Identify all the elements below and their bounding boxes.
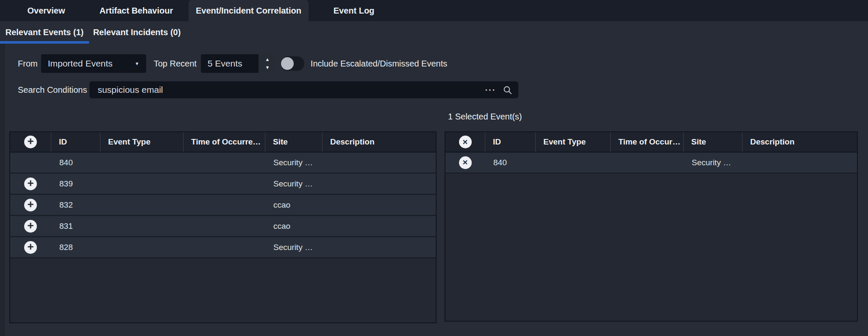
add-event-button[interactable]: +: [24, 241, 37, 254]
add-all-events-button[interactable]: +: [24, 136, 37, 148]
row-action-cell: +: [10, 195, 51, 215]
cell-site: Security …: [265, 237, 322, 257]
cell-site: Security …: [265, 153, 322, 172]
col-site: Site: [265, 132, 322, 152]
row-action-cell: +: [10, 174, 51, 194]
cell-id: 831: [51, 216, 100, 236]
cell-id: 839: [51, 174, 100, 194]
search-icon[interactable]: [503, 85, 512, 95]
cell-time: [183, 174, 265, 194]
cell-event-type: [100, 195, 183, 215]
table-row: + 831 ccao: [10, 216, 436, 237]
col-site: Site: [683, 132, 742, 152]
cell-event-type: [100, 216, 183, 236]
col-event-type: Event Type: [535, 132, 610, 152]
from-select-value: Imported Events: [48, 58, 113, 69]
cell-time: [183, 153, 265, 172]
cell-description: [322, 237, 436, 257]
from-label: From: [18, 59, 38, 69]
table-row: + 828 Security …: [10, 237, 436, 258]
from-select[interactable]: Imported Events ▼: [41, 54, 146, 73]
tab-event-incident-correlation[interactable]: Event/Incident Correlation: [189, 0, 309, 21]
selected-events-summary: 1 Selected Event(s): [448, 112, 522, 122]
col-id: ID: [51, 132, 100, 152]
spinner-down-icon[interactable]: ▼: [265, 65, 270, 70]
row-action-cell: +: [10, 216, 51, 236]
top-tab-bar: Overview Artifact Behaviour Event/Incide…: [0, 0, 868, 21]
subtab-relevant-events-label: Relevant Events (1): [6, 28, 84, 37]
top-recent-spinner: ▲ ▼: [259, 54, 276, 73]
search-conditions-box: ···: [89, 81, 518, 98]
active-subtab-underline: [0, 41, 89, 44]
remove-all-events-button[interactable]: ✕: [459, 136, 472, 148]
cell-description: [322, 174, 436, 194]
search-conditions-label: Search Conditions: [18, 85, 87, 95]
row-action-cell: [10, 153, 51, 172]
subtab-relevant-incidents[interactable]: Relevant Incidents (0): [89, 21, 185, 44]
cell-site: Security …: [683, 153, 742, 172]
search-conditions-input[interactable]: [95, 85, 485, 95]
cell-description: [322, 153, 436, 172]
top-recent-control: 5 Events ▲ ▼: [201, 54, 276, 73]
top-recent-input[interactable]: 5 Events: [201, 54, 259, 73]
subtab-relevant-events[interactable]: Relevant Events (1): [0, 21, 89, 44]
col-event-type: Event Type: [100, 132, 183, 152]
cell-time: [610, 153, 683, 172]
cell-id: 840: [485, 153, 535, 172]
cell-description: [322, 216, 436, 236]
col-description: Description: [322, 132, 436, 152]
include-escalated-label: Include Escalated/Dismissed Events: [311, 59, 447, 69]
cell-site: ccao: [265, 216, 322, 236]
selected-events-table: ✕ ID Event Type Time of Occur… Site Desc…: [445, 131, 858, 322]
search-row: Search Conditions ···: [18, 81, 518, 98]
left-gutter: [0, 44, 6, 336]
toggle-knob: [281, 57, 294, 70]
cell-event-type: [100, 153, 183, 172]
table-row: ✕ 840 Security …: [445, 153, 857, 174]
cell-event-type: [100, 174, 183, 194]
top-recent-label: Top Recent: [154, 59, 197, 69]
tab-artifact-behaviour[interactable]: Artifact Behaviour: [84, 0, 189, 21]
col-time-of-occurrence: Time of Occurre…: [183, 132, 265, 152]
table-row: + 839 Security …: [10, 174, 436, 195]
chevron-down-icon: ▼: [135, 61, 139, 66]
col-id: ID: [485, 132, 535, 152]
cell-id: 840: [51, 153, 100, 172]
table-row: 840 Security …: [10, 153, 436, 174]
include-escalated-toggle[interactable]: [281, 56, 304, 71]
tab-event-log[interactable]: Event Log: [309, 0, 399, 21]
tab-overview[interactable]: Overview: [8, 0, 84, 21]
available-events-header: + ID Event Type Time of Occurre… Site De…: [10, 132, 436, 153]
cell-description: [742, 153, 857, 172]
col-time-of-occurrence: Time of Occur…: [610, 132, 683, 152]
event-incident-correlation-panel: Overview Artifact Behaviour Event/Incide…: [0, 0, 868, 336]
cell-id: 828: [51, 237, 100, 257]
cell-event-type: [100, 237, 183, 257]
row-action-cell: +: [10, 237, 51, 257]
col-description: Description: [742, 132, 857, 152]
remove-event-button[interactable]: ✕: [459, 156, 472, 169]
add-event-button[interactable]: +: [24, 220, 37, 233]
cell-site: Security …: [265, 174, 322, 194]
add-event-button[interactable]: +: [24, 178, 37, 190]
cell-description: [322, 195, 436, 215]
cell-event-type: [535, 153, 610, 172]
sub-tab-bar: Relevant Events (1) Relevant Incidents (…: [0, 21, 185, 44]
cell-id: 832: [51, 195, 100, 215]
cell-time: [183, 237, 265, 257]
selected-events-header: ✕ ID Event Type Time of Occur… Site Desc…: [445, 132, 857, 153]
cell-site: ccao: [265, 195, 322, 215]
add-event-button[interactable]: +: [24, 199, 37, 211]
available-events-table: + ID Event Type Time of Occurre… Site De…: [9, 131, 437, 323]
cell-time: [183, 216, 265, 236]
ellipsis-icon[interactable]: ···: [485, 85, 496, 95]
row-action-cell: ✕: [445, 153, 485, 172]
cell-time: [183, 195, 265, 215]
table-row: + 832 ccao: [10, 195, 436, 216]
subtab-relevant-incidents-label: Relevant Incidents (0): [93, 28, 181, 37]
spinner-up-icon[interactable]: ▲: [265, 57, 270, 62]
filter-row: From Imported Events ▼ Top Recent 5 Even…: [18, 54, 447, 73]
